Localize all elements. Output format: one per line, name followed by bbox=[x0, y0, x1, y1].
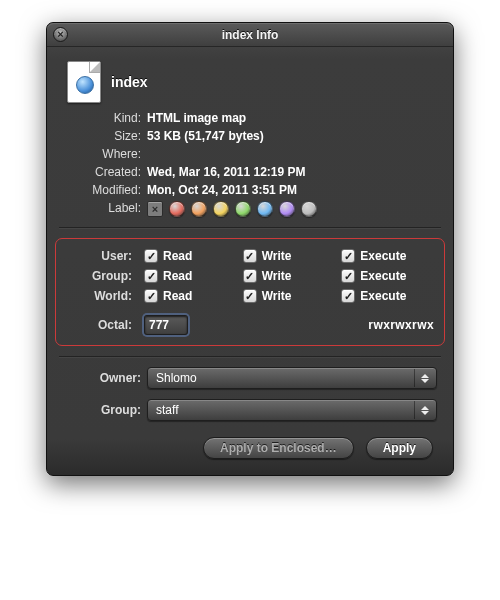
stepper-arrows-icon bbox=[414, 401, 434, 419]
label-color-1[interactable] bbox=[191, 201, 207, 217]
ownership: Owner: Shlomo Group: staff bbox=[63, 367, 437, 421]
user-exec-checkbox[interactable] bbox=[341, 249, 355, 263]
info-window: × index Info index Kind: HTML image map … bbox=[46, 22, 454, 476]
owner-label: Owner: bbox=[63, 371, 147, 385]
file-name: index bbox=[111, 74, 148, 90]
stepper-arrows-icon bbox=[414, 369, 434, 387]
user-read-checkbox[interactable] bbox=[144, 249, 158, 263]
html-file-icon bbox=[67, 61, 101, 103]
world-write-cell: Write bbox=[243, 289, 336, 303]
owner-value: Shlomo bbox=[156, 371, 197, 385]
group-label: Group: bbox=[63, 403, 147, 417]
world-read-label: Read bbox=[163, 289, 192, 303]
kind-value: HTML image map bbox=[147, 111, 437, 125]
modified-label: Modified: bbox=[63, 183, 147, 197]
label-color-2[interactable] bbox=[213, 201, 229, 217]
label-color-3[interactable] bbox=[235, 201, 251, 217]
titlebar: × index Info bbox=[47, 23, 453, 47]
label-color-4[interactable] bbox=[257, 201, 273, 217]
close-button[interactable]: × bbox=[53, 27, 68, 42]
label-label: Label: bbox=[63, 201, 147, 217]
close-x-icon: × bbox=[57, 29, 63, 40]
world-read-cell: Read bbox=[144, 289, 237, 303]
apply-button[interactable]: Apply bbox=[366, 437, 433, 459]
kind-label: Kind: bbox=[63, 111, 147, 125]
octal-row: Octal: rwxrwxrwx bbox=[66, 315, 434, 335]
permissions-highlight: User:ReadWriteExecuteGroup:ReadWriteExec… bbox=[55, 238, 445, 346]
world-write-checkbox[interactable] bbox=[243, 289, 257, 303]
group-read-label: Read bbox=[163, 269, 192, 283]
label-color-0[interactable] bbox=[169, 201, 185, 217]
octal-label: Octal: bbox=[66, 318, 138, 332]
group-select[interactable]: staff bbox=[147, 399, 437, 421]
globe-icon bbox=[76, 76, 94, 94]
user-write-checkbox[interactable] bbox=[243, 249, 257, 263]
metadata: Kind: HTML image map Size: 53 KB (51,747… bbox=[63, 111, 437, 217]
label-row: × bbox=[147, 201, 437, 217]
label-value: × bbox=[147, 201, 437, 217]
posix-string: rwxrwxrwx bbox=[368, 318, 434, 332]
created-value: Wed, Mar 16, 2011 12:19 PM bbox=[147, 165, 437, 179]
user-write-label: Write bbox=[262, 249, 292, 263]
group-write-checkbox[interactable] bbox=[243, 269, 257, 283]
group-read-cell: Read bbox=[144, 269, 237, 283]
label-color-6[interactable] bbox=[301, 201, 317, 217]
where-value bbox=[147, 147, 437, 161]
group-read-checkbox[interactable] bbox=[144, 269, 158, 283]
world-read-checkbox[interactable] bbox=[144, 289, 158, 303]
group-label: Group: bbox=[66, 269, 138, 283]
group-exec-checkbox[interactable] bbox=[341, 269, 355, 283]
user-exec-label: Execute bbox=[360, 249, 406, 263]
label-color-5[interactable] bbox=[279, 201, 295, 217]
octal-input[interactable] bbox=[144, 315, 188, 335]
group-exec-cell: Execute bbox=[341, 269, 434, 283]
created-label: Created: bbox=[63, 165, 147, 179]
file-header: index bbox=[67, 61, 439, 103]
world-label: World: bbox=[66, 289, 138, 303]
apply-to-enclosed-button[interactable]: Apply to Enclosed… bbox=[203, 437, 354, 459]
world-write-label: Write bbox=[262, 289, 292, 303]
user-write-cell: Write bbox=[243, 249, 336, 263]
owner-select[interactable]: Shlomo bbox=[147, 367, 437, 389]
button-row: Apply to Enclosed… Apply bbox=[67, 437, 433, 459]
world-exec-label: Execute bbox=[360, 289, 406, 303]
modified-value: Mon, Oct 24, 2011 3:51 PM bbox=[147, 183, 437, 197]
world-exec-cell: Execute bbox=[341, 289, 434, 303]
user-read-cell: Read bbox=[144, 249, 237, 263]
user-read-label: Read bbox=[163, 249, 192, 263]
label-clear-button[interactable]: × bbox=[147, 201, 163, 217]
group-write-cell: Write bbox=[243, 269, 336, 283]
where-label: Where: bbox=[63, 147, 147, 161]
separator bbox=[59, 227, 441, 228]
world-exec-checkbox[interactable] bbox=[341, 289, 355, 303]
user-label: User: bbox=[66, 249, 138, 263]
separator bbox=[59, 356, 441, 357]
size-label: Size: bbox=[63, 129, 147, 143]
window-title: index Info bbox=[222, 28, 279, 42]
group-exec-label: Execute bbox=[360, 269, 406, 283]
group-value: staff bbox=[156, 403, 178, 417]
user-exec-cell: Execute bbox=[341, 249, 434, 263]
permissions-grid: User:ReadWriteExecuteGroup:ReadWriteExec… bbox=[66, 249, 434, 303]
group-write-label: Write bbox=[262, 269, 292, 283]
content: index Kind: HTML image map Size: 53 KB (… bbox=[47, 47, 453, 459]
size-value: 53 KB (51,747 bytes) bbox=[147, 129, 437, 143]
